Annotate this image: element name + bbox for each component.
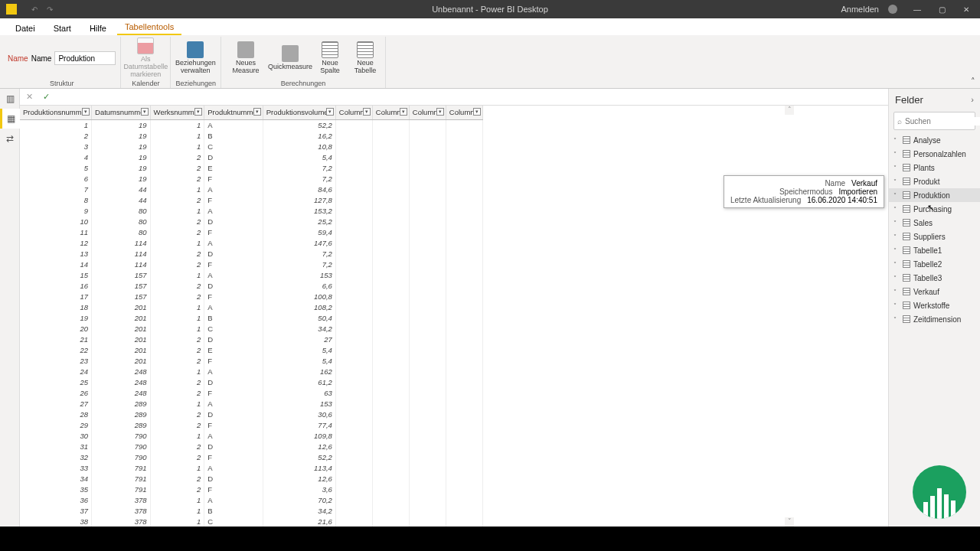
cancel-formula-icon[interactable]: ✕ [23,92,35,102]
chevron-down-icon[interactable]: ˅ [893,289,900,295]
table-row[interactable]: 4192D5,4 [20,152,482,162]
filter-icon[interactable]: ▾ [473,108,481,116]
model-view-button[interactable]: ⇄ [0,129,20,148]
table-row[interactable]: 11802F59,4 [20,227,482,237]
tab-hilfe[interactable]: Hilfe [82,21,114,35]
table-row[interactable]: 131142D7,2 [20,248,482,259]
tab-tabellentools[interactable]: Tabellentools [117,20,181,35]
table-row[interactable]: 327902F52,2 [20,452,482,462]
chevron-down-icon[interactable]: ˅ [893,137,900,144]
table-row[interactable]: 121141A147,6 [20,237,482,248]
chevron-down-icon[interactable]: ˅ [893,302,900,309]
table-row[interactable]: 282892D30,6 [20,409,482,419]
chevron-right-icon[interactable]: › [971,95,974,104]
vertical-scrollbar[interactable]: ˄ ˅ [785,106,794,527]
tab-start[interactable]: Start [46,21,79,35]
chevron-down-icon[interactable]: ˅ [893,178,900,185]
chevron-down-icon[interactable]: ˅ [893,192,900,199]
table-row[interactable]: 222012E5,4 [20,344,482,355]
chevron-down-icon[interactable]: ˅ [893,206,900,213]
table-row[interactable]: 272891A153 [20,398,482,409]
chevron-down-icon[interactable]: ˅ [893,151,900,158]
table-row[interactable]: 192011B50,4 [20,312,482,323]
chevron-down-icon[interactable]: ˅ [893,165,900,171]
filter-icon[interactable]: ▾ [400,108,407,116]
table-row[interactable]: 242481A162 [20,366,482,377]
scroll-down-icon[interactable]: ˅ [785,517,794,527]
table-row[interactable]: 2191B16,2 [20,130,482,141]
filter-icon[interactable]: ▾ [436,108,444,116]
table-row[interactable]: 202011C34,2 [20,323,482,334]
new-measure-button[interactable]: Neues Measure [226,41,266,75]
field-item[interactable]: ˅Produktion [889,188,980,202]
commit-formula-icon[interactable]: ✓ [40,92,52,102]
table-name-input[interactable] [54,51,116,65]
scroll-up-icon[interactable]: ˄ [785,106,794,115]
table-row[interactable]: 337911A113,4 [20,462,482,473]
field-item[interactable]: ˅Suppliers [889,230,980,243]
column-header[interactable]: Column6▾ [335,106,372,119]
chevron-down-icon[interactable]: ˅ [893,220,900,227]
table-row[interactable]: 262482F63 [20,387,482,398]
quick-measure-button[interactable]: Quickmeasure [270,45,310,71]
table-row[interactable]: 212012D27 [20,334,482,344]
fields-search-input[interactable] [905,117,980,126]
column-header[interactable]: Produktionsvolumen▾ [263,106,335,119]
close-button[interactable]: ✕ [956,0,977,18]
filter-icon[interactable]: ▾ [194,108,202,116]
manage-relations-button[interactable]: Beziehungen verwalten [175,41,215,75]
filter-icon[interactable]: ▾ [326,108,334,116]
field-item[interactable]: ˅Zeitdimension [889,312,980,326]
minimize-button[interactable]: — [906,0,928,18]
field-item[interactable]: ˅Analyse [889,133,980,147]
table-row[interactable]: 182011A108,2 [20,302,482,312]
table-row[interactable]: 292892F77,4 [20,419,482,430]
field-item[interactable]: ˅Personalzahlen [889,147,980,161]
field-item[interactable]: ˅Plants [889,161,980,174]
table-row[interactable]: 10802D25,2 [20,216,482,227]
table-row[interactable]: 1191A52,2 [20,119,482,130]
table-row[interactable]: 363781A70,2 [20,494,482,505]
data-view-button[interactable]: ▦ [0,109,20,129]
table-row[interactable]: 252482D61,2 [20,377,482,387]
column-header[interactable]: Column7▾ [372,106,409,119]
table-row[interactable]: 7441A84,6 [20,184,482,194]
field-item[interactable]: ˅Purchasing [889,202,980,216]
field-item[interactable]: ˅Tabelle2 [889,257,980,271]
filter-icon[interactable]: ▾ [82,108,90,116]
field-item[interactable]: ˅Produkt [889,174,980,188]
table-row[interactable]: 357912F3,6 [20,484,482,494]
report-view-button[interactable]: ▥ [0,89,20,109]
undo-icon[interactable]: ↶ [29,4,40,15]
table-row[interactable]: 5192E7,2 [20,162,482,173]
table-row[interactable]: 232012F5,4 [20,355,482,366]
table-row[interactable]: 3191C10,8 [20,141,482,152]
filter-icon[interactable]: ▾ [253,108,261,116]
table-row[interactable]: 141142F7,2 [20,259,482,269]
column-header[interactable]: Datumsnummer▾ [92,106,151,119]
column-header[interactable]: Column9▾ [446,106,482,119]
chevron-down-icon[interactable]: ˅ [893,275,900,282]
table-row[interactable]: 171572F100,8 [20,291,482,302]
chevron-down-icon[interactable]: ˅ [893,247,900,254]
filter-icon[interactable]: ▾ [141,108,149,116]
table-row[interactable]: 347912D12,6 [20,473,482,484]
chevron-down-icon[interactable]: ˅ [893,261,900,268]
column-header[interactable]: Produktionsnummer▾ [20,106,92,119]
chevron-down-icon[interactable]: ˅ [893,233,900,240]
table-row[interactable]: 6192F7,2 [20,173,482,184]
chevron-down-icon[interactable]: ˅ [893,316,900,323]
field-item[interactable]: ˅Tabelle1 [889,243,980,257]
tab-datei[interactable]: Datei [8,21,43,35]
table-row[interactable]: 307901A109,8 [20,430,482,441]
column-header[interactable]: Werksnummer▾ [150,106,204,119]
new-column-button[interactable]: Neue Spalte [315,41,345,75]
maximize-button[interactable]: ▢ [931,0,952,18]
table-row[interactable]: 8442F127,8 [20,194,482,205]
table-row[interactable]: 317902D12,6 [20,441,482,452]
data-table[interactable]: Produktionsnummer▾Datumsnummer▾Werksnumm… [20,106,483,527]
column-header[interactable]: Column8▾ [409,106,446,119]
field-item[interactable]: ˅Werkstoffe [889,298,980,312]
new-table-button[interactable]: Neue Tabelle [350,41,381,75]
redo-icon[interactable]: ↷ [44,4,55,15]
